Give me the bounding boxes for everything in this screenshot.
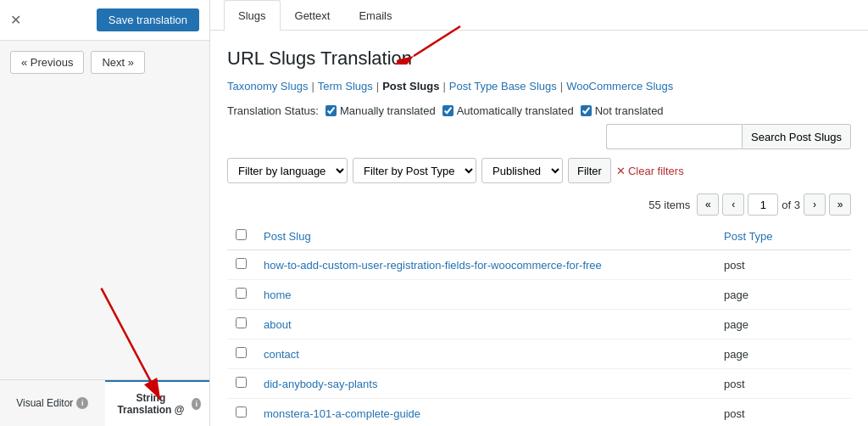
row-slug-cell: how-to-add-custom-user-registration-fiel… bbox=[255, 250, 715, 280]
search-post-slugs-button[interactable]: Search Post Slugs bbox=[742, 124, 851, 149]
clear-filters-button[interactable]: ✕ Clear filters bbox=[616, 165, 684, 177]
th-checkbox bbox=[227, 222, 255, 250]
status-filter-select[interactable]: Published bbox=[481, 158, 563, 183]
string-translation-label: String Translation @ bbox=[114, 392, 189, 416]
row-5-checkbox[interactable] bbox=[236, 406, 247, 418]
row-checkbox-cell bbox=[227, 339, 255, 369]
left-footer: Visual Editor i String Translation @ i bbox=[0, 379, 209, 426]
right-panel: Slugs Gettext Emails URL Slugs Translati… bbox=[210, 0, 868, 426]
sub-link-post-type-base-slugs[interactable]: Post Type Base Slugs bbox=[449, 80, 557, 92]
th-post-slug[interactable]: Post Slug bbox=[255, 222, 715, 250]
sep-2: | bbox=[376, 80, 379, 92]
automatically-translated-checkbox[interactable] bbox=[442, 105, 453, 116]
sub-link-post-slugs[interactable]: Post Slugs bbox=[382, 80, 439, 92]
row-post-type-cell: page bbox=[715, 339, 851, 369]
filter-row-2: Filter by language Filter by Post Type P… bbox=[227, 158, 851, 183]
sub-navigation: Taxonomy Slugs | Term Slugs | Post Slugs… bbox=[227, 80, 851, 92]
language-filter-select[interactable]: Filter by language bbox=[227, 158, 348, 183]
translation-status-row: Translation Status: Manually translated … bbox=[227, 104, 851, 149]
table-row: did-anybody-say-plantspost bbox=[227, 369, 851, 399]
table-row: how-to-add-custom-user-registration-fiel… bbox=[227, 250, 851, 280]
not-translated-checkbox[interactable] bbox=[581, 105, 592, 116]
page-title: URL Slugs Translation bbox=[227, 48, 851, 70]
left-header: ✕ Save translation bbox=[0, 0, 209, 41]
table-row: aboutpage bbox=[227, 310, 851, 339]
row-slug-cell: about bbox=[255, 310, 715, 339]
not-translated-filter[interactable]: Not translated bbox=[581, 104, 664, 117]
table-header-row: Post Slug Post Type bbox=[227, 222, 851, 250]
row-post-type-cell: post bbox=[715, 399, 851, 427]
manually-translated-label: Manually translated bbox=[340, 104, 436, 117]
current-page-input[interactable] bbox=[748, 193, 778, 216]
table-header: Post Slug Post Type bbox=[227, 222, 851, 250]
clear-x-icon: ✕ bbox=[616, 165, 626, 177]
row-post-type-cell: page bbox=[715, 280, 851, 310]
row-post-type-cell: page bbox=[715, 310, 851, 339]
prev-page-button[interactable]: ‹ bbox=[722, 193, 744, 216]
next-page-button[interactable]: › bbox=[804, 193, 826, 216]
slug-link[interactable]: monstera-101-a-complete-guide bbox=[264, 407, 420, 420]
filter-button[interactable]: Filter bbox=[568, 158, 611, 183]
sep-3: | bbox=[442, 80, 445, 92]
select-all-checkbox[interactable] bbox=[236, 229, 247, 240]
slug-link[interactable]: home bbox=[264, 289, 292, 301]
visual-editor-tab[interactable]: Visual Editor i bbox=[0, 380, 105, 426]
row-checkbox-cell bbox=[227, 369, 255, 399]
automatically-translated-filter[interactable]: Automatically translated bbox=[442, 104, 574, 117]
slugs-table: Post Slug Post Type how-to-add-custom-us… bbox=[227, 222, 851, 426]
save-translation-button[interactable]: Save translation bbox=[97, 8, 199, 31]
tab-slugs[interactable]: Slugs bbox=[224, 0, 281, 31]
sub-link-term-slugs[interactable]: Term Slugs bbox=[318, 80, 373, 92]
first-page-button[interactable]: « bbox=[697, 193, 719, 216]
visual-editor-label: Visual Editor bbox=[16, 397, 73, 409]
main-content: URL Slugs Translation Taxonomy Slugs | T… bbox=[210, 31, 868, 426]
automatically-translated-label: Automatically translated bbox=[457, 104, 574, 117]
next-button[interactable]: Next » bbox=[91, 51, 145, 74]
row-4-checkbox[interactable] bbox=[236, 377, 247, 388]
row-checkbox-cell bbox=[227, 280, 255, 310]
tab-gettext[interactable]: Gettext bbox=[281, 0, 345, 31]
string-translation-info-icon[interactable]: i bbox=[192, 398, 201, 410]
slug-link[interactable]: contact bbox=[264, 348, 299, 361]
search-post-slugs-input[interactable] bbox=[606, 124, 742, 149]
tab-emails[interactable]: Emails bbox=[344, 0, 406, 31]
table-row: contactpage bbox=[227, 339, 851, 369]
post-type-filter-select[interactable]: Filter by Post Type bbox=[353, 158, 476, 183]
row-checkbox-cell bbox=[227, 310, 255, 339]
left-content-area bbox=[0, 84, 209, 379]
translation-status-label: Translation Status: bbox=[227, 104, 319, 117]
row-slug-cell: contact bbox=[255, 339, 715, 369]
sub-link-woocommerce-slugs[interactable]: WooCommerce Slugs bbox=[566, 80, 673, 92]
manually-translated-filter[interactable]: Manually translated bbox=[326, 104, 436, 117]
row-0-checkbox[interactable] bbox=[236, 258, 247, 269]
last-page-button[interactable]: » bbox=[829, 193, 851, 216]
previous-button[interactable]: « Previous bbox=[10, 51, 84, 74]
table-body: how-to-add-custom-user-registration-fiel… bbox=[227, 250, 851, 427]
slug-link[interactable]: how-to-add-custom-user-registration-fiel… bbox=[264, 259, 602, 272]
slug-link[interactable]: did-anybody-say-plants bbox=[264, 378, 377, 390]
table-row: monstera-101-a-complete-guidepost bbox=[227, 399, 851, 427]
close-button[interactable]: ✕ bbox=[10, 14, 21, 27]
search-row: Search Post Slugs bbox=[606, 124, 851, 149]
row-checkbox-cell bbox=[227, 250, 255, 280]
left-panel: ✕ Save translation « Previous Next » Vis… bbox=[0, 0, 210, 426]
manually-translated-checkbox[interactable] bbox=[326, 105, 337, 116]
sep-1: | bbox=[311, 80, 314, 92]
string-translation-tab[interactable]: String Translation @ i bbox=[105, 380, 210, 426]
table-row: homepage bbox=[227, 280, 851, 310]
not-translated-label: Not translated bbox=[595, 104, 664, 117]
row-3-checkbox[interactable] bbox=[236, 347, 247, 358]
main-tabs: Slugs Gettext Emails bbox=[210, 0, 868, 31]
row-slug-cell: monstera-101-a-complete-guide bbox=[255, 399, 715, 427]
sub-link-taxonomy-slugs[interactable]: Taxonomy Slugs bbox=[227, 80, 308, 92]
row-slug-cell: did-anybody-say-plants bbox=[255, 369, 715, 399]
row-post-type-cell: post bbox=[715, 369, 851, 399]
row-post-type-cell: post bbox=[715, 250, 851, 280]
row-slug-cell: home bbox=[255, 280, 715, 310]
th-post-type: Post Type bbox=[715, 222, 851, 250]
row-1-checkbox[interactable] bbox=[236, 288, 247, 299]
row-2-checkbox[interactable] bbox=[236, 317, 247, 328]
sep-4: | bbox=[560, 80, 563, 92]
visual-editor-info-icon[interactable]: i bbox=[76, 397, 88, 409]
slug-link[interactable]: about bbox=[264, 318, 292, 331]
